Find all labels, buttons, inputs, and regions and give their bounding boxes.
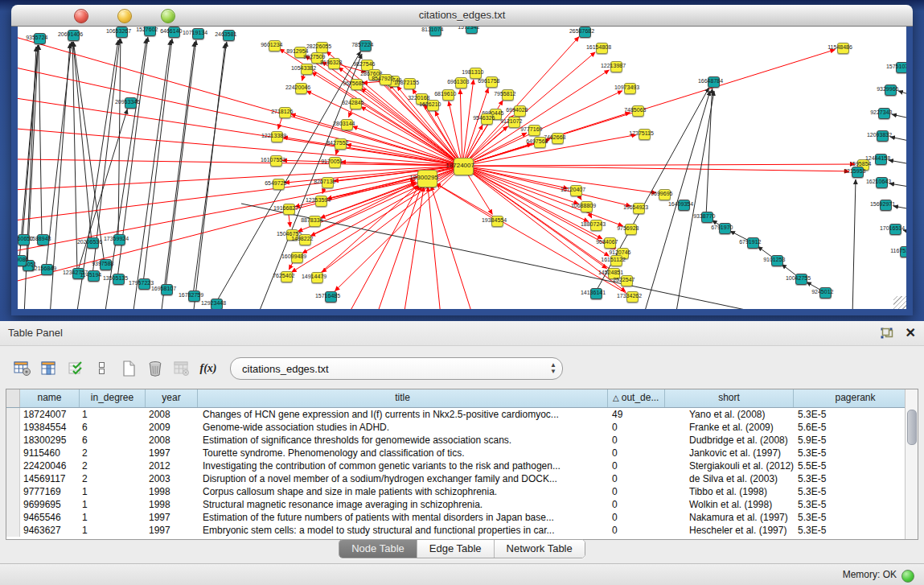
graph-node[interactable] (608, 268, 620, 279)
graph-node[interactable] (368, 69, 380, 80)
graph-node[interactable] (351, 79, 363, 90)
graph-node[interactable] (442, 89, 454, 101)
scrollbar-thumb[interactable] (907, 410, 917, 445)
graph-node[interactable] (341, 119, 353, 130)
table-selector-dropdown[interactable]: citations_edges.txt ▲▼ (230, 357, 563, 380)
network-canvas[interactable]: 1872400718300295960123489129542822605598… (18, 27, 906, 309)
resize-grip-icon[interactable] (893, 296, 906, 309)
table-row[interactable]: 969969511998Structural magnetic resonanc… (6, 498, 918, 511)
graph-node[interactable] (837, 43, 849, 54)
vertical-scrollbar[interactable] (905, 389, 918, 539)
graph-node[interactable] (188, 290, 200, 302)
graph-node[interactable] (350, 98, 362, 109)
graph-node[interactable] (72, 268, 84, 279)
delete-icon[interactable] (146, 360, 165, 377)
graph-node[interactable] (269, 40, 281, 51)
graph-node[interactable] (534, 137, 546, 148)
graph-node[interactable] (416, 93, 428, 105)
graph-node[interactable] (138, 278, 150, 290)
graph-node[interactable] (291, 252, 303, 263)
graph-node[interactable] (885, 84, 897, 96)
column-visibility-icon[interactable] (39, 360, 59, 377)
graph-node[interactable] (315, 196, 327, 207)
graph-node[interactable] (502, 89, 514, 101)
graph-node[interactable] (570, 185, 582, 196)
graph-node[interactable] (211, 299, 223, 309)
graph-node[interactable] (701, 212, 713, 223)
table-row[interactable]: 1872400712008Changes of HCN gene express… (6, 408, 918, 421)
graph-node[interactable] (429, 27, 441, 36)
graph-node[interactable] (311, 272, 323, 283)
graph-node[interactable] (161, 284, 173, 295)
column-header-title[interactable]: title (198, 389, 608, 407)
graph-node[interactable] (900, 246, 907, 257)
graph-node[interactable] (427, 100, 439, 111)
graph-node[interactable] (329, 157, 341, 168)
graph-node[interactable] (125, 97, 137, 109)
tab-network-table[interactable]: Network Table (495, 540, 585, 558)
graph-node[interactable] (294, 47, 306, 58)
column-header-short[interactable]: short (665, 389, 794, 407)
table-row[interactable]: 1830029562008Estimation of significance … (6, 434, 918, 447)
table-row[interactable]: 946362711997Embryonic stem cells: a mode… (6, 524, 918, 537)
graph-node[interactable] (328, 58, 340, 69)
graph-node[interactable] (34, 33, 46, 44)
graph-node[interactable] (41, 264, 53, 275)
graph-node[interactable] (880, 200, 892, 211)
graph-node[interactable] (604, 237, 616, 249)
graph-node[interactable] (639, 129, 651, 140)
graph-node[interactable] (877, 130, 889, 142)
graph-node[interactable] (632, 105, 644, 117)
graph-node[interactable] (708, 76, 720, 88)
graph-node[interactable] (68, 30, 80, 41)
graph-node[interactable] (37, 234, 49, 245)
graph-node[interactable] (875, 154, 887, 165)
graph-node[interactable] (771, 255, 783, 266)
window-titlebar[interactable]: citations_edges.txt (11, 5, 913, 27)
graph-node[interactable] (311, 52, 323, 64)
graph-node[interactable] (299, 234, 311, 245)
graph-node[interactable] (819, 287, 832, 299)
graph-node[interactable] (596, 43, 608, 54)
graph-node[interactable] (270, 155, 282, 167)
graph-node[interactable] (113, 274, 125, 285)
graph-node[interactable] (144, 27, 156, 36)
graph-node[interactable] (404, 78, 416, 89)
column-header-name[interactable]: name (20, 389, 80, 407)
graph-node[interactable] (168, 27, 180, 38)
graph-node[interactable] (852, 167, 864, 178)
graph-node[interactable] (309, 216, 321, 227)
graph-node[interactable] (283, 204, 295, 215)
table-row[interactable]: 911546021997Tourette syndrome. Phenomeno… (6, 447, 918, 459)
graph-node[interactable] (621, 275, 633, 286)
graph-node[interactable] (335, 138, 347, 150)
graph-node[interactable] (286, 229, 298, 241)
graph-node[interactable] (581, 201, 593, 212)
graph-node[interactable] (273, 179, 285, 190)
graph-node[interactable] (514, 105, 526, 117)
graph-node[interactable] (454, 158, 474, 175)
column-select-icon[interactable] (66, 360, 85, 377)
graph-node[interactable] (271, 131, 283, 142)
graph-node[interactable] (100, 259, 112, 270)
graph-node[interactable] (18, 255, 27, 266)
graph-node[interactable] (878, 108, 890, 119)
graph-node[interactable] (508, 117, 520, 128)
graph-node[interactable] (633, 203, 645, 214)
table-row[interactable]: 1456911722003Disruption of a novel membe… (6, 472, 918, 485)
graph-node[interactable] (322, 177, 334, 188)
float-panel-icon[interactable] (880, 327, 894, 340)
table-row[interactable]: 2242004622012Investigating the contribut… (6, 459, 918, 472)
graph-node[interactable] (528, 125, 540, 136)
graph-node[interactable] (889, 224, 901, 235)
graph-node[interactable] (223, 30, 235, 41)
graph-node[interactable] (88, 270, 100, 282)
row-tools-icon[interactable] (92, 360, 112, 377)
table-row[interactable]: 946554611997Estimation of the future num… (6, 511, 918, 524)
table-row[interactable]: 1938455462009Genome-wide association stu… (6, 421, 918, 434)
graph-node[interactable] (876, 177, 888, 188)
graph-node[interactable] (417, 170, 437, 187)
graph-node[interactable] (301, 64, 313, 75)
graph-node[interactable] (747, 237, 759, 249)
graph-node[interactable] (295, 83, 307, 94)
